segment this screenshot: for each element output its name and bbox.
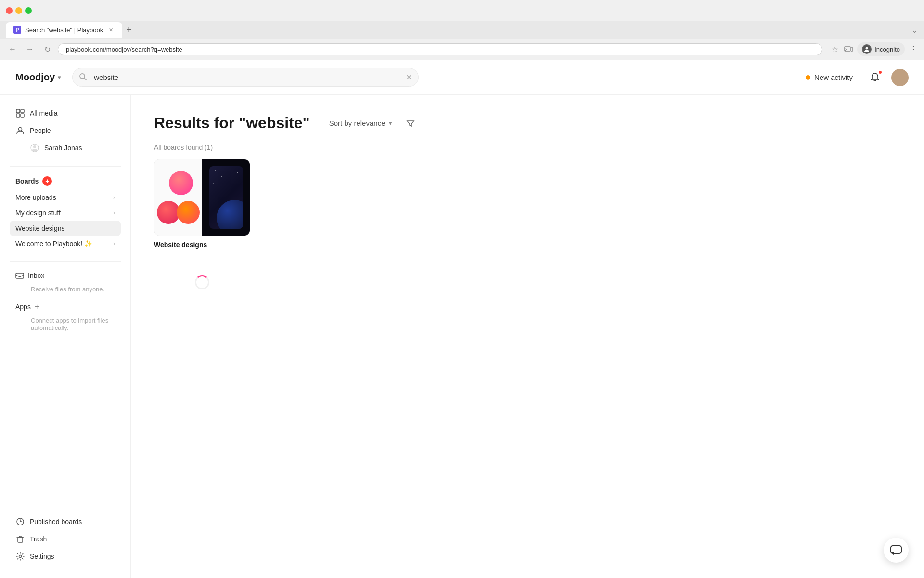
circle-top <box>169 171 193 195</box>
loading-spinner <box>195 275 209 289</box>
published-boards-label: Published boards <box>30 518 115 525</box>
add-board-button[interactable]: + <box>42 176 52 186</box>
results-title: Results for "website" <box>154 114 310 132</box>
app-header: Moodjoy ▾ ✕ New activity <box>0 60 924 95</box>
svg-point-11 <box>19 128 22 131</box>
back-button[interactable]: ← <box>6 42 19 56</box>
phone-panel <box>202 159 250 236</box>
maximize-window-button[interactable] <box>25 7 32 14</box>
trash-icon <box>15 534 25 544</box>
browser-tab[interactable]: P Search "website" | Playbook ✕ <box>6 22 122 38</box>
my-design-stuff-label: My design stuff <box>15 209 108 217</box>
board-name: Website designs <box>154 241 250 249</box>
boards-grid: Website designs <box>154 159 901 249</box>
close-window-button[interactable] <box>6 7 13 14</box>
boards-section-header: Boards + <box>10 172 121 190</box>
url-text: playbook.com/moodjoy/search?q=website <box>66 46 814 53</box>
more-uploads-label: More uploads <box>15 194 108 201</box>
chat-button[interactable] <box>884 538 909 563</box>
notifications-button[interactable] <box>866 69 884 86</box>
svg-line-6 <box>84 78 86 80</box>
reload-button[interactable]: ↻ <box>40 42 54 56</box>
svg-point-13 <box>33 145 36 148</box>
svg-rect-16 <box>18 537 23 542</box>
logo-chevron-icon: ▾ <box>58 74 61 81</box>
apps-subtitle: Connect apps to import files automatical… <box>10 315 121 333</box>
address-bar[interactable]: playbook.com/moodjoy/search?q=website <box>58 43 822 55</box>
tab-favicon: P <box>13 26 21 34</box>
people-label: People <box>30 127 115 134</box>
circles-layout <box>154 171 202 224</box>
inbox-button[interactable]: Inbox <box>10 267 121 284</box>
settings-label: Settings <box>30 552 115 560</box>
circle-bottom-right <box>177 201 200 224</box>
sidebar-item-settings[interactable]: Settings <box>10 548 121 565</box>
settings-icon <box>15 552 25 561</box>
search-input[interactable] <box>72 68 419 87</box>
app-logo[interactable]: Moodjoy ▾ <box>15 72 61 83</box>
sidebar-item-website-designs[interactable]: Website designs <box>10 221 121 236</box>
board-thumbnail <box>154 159 250 236</box>
search-clear-button[interactable]: ✕ <box>406 73 412 82</box>
window-controls[interactable] <box>6 7 32 14</box>
cast-icon[interactable] <box>844 44 853 54</box>
results-header: Results for "website" Sort by relevance … <box>154 114 901 132</box>
bookmark-icon[interactable]: ☆ <box>830 44 840 54</box>
svg-text:P: P <box>16 27 19 33</box>
new-tab-button[interactable]: + <box>122 23 136 37</box>
avatar[interactable] <box>891 69 909 86</box>
person-circle-icon <box>30 143 39 153</box>
chevron-right-icon: › <box>113 240 115 247</box>
inbox-label: Inbox <box>28 272 44 279</box>
boards-found-text: All boards found (1) <box>154 144 901 151</box>
tab-close-button[interactable]: ✕ <box>107 26 115 34</box>
search-bar: ✕ <box>72 68 419 87</box>
apps-label: Apps <box>15 303 31 311</box>
sidebar-item-sarah-jonas[interactable]: Sarah Jonas <box>10 139 121 157</box>
notification-badge <box>878 70 883 75</box>
svg-point-17 <box>19 555 22 558</box>
inbox-subtitle: Receive files from anyone. <box>10 284 121 295</box>
logo-text: Moodjoy <box>15 72 55 83</box>
tab-expand-button[interactable]: ⌄ <box>911 25 918 35</box>
search-results-content: Results for "website" Sort by relevance … <box>131 95 924 578</box>
forward-button[interactable]: → <box>23 42 37 56</box>
chevron-right-icon: › <box>113 194 115 201</box>
sidebar: All media People Sarah Jonas <box>0 95 131 578</box>
svg-rect-8 <box>21 109 24 113</box>
sidebar-item-my-design-stuff[interactable]: My design stuff › <box>10 205 121 221</box>
apps-section: Apps + Connect apps to import files auto… <box>0 299 130 333</box>
apps-button[interactable]: Apps + <box>10 299 121 315</box>
sidebar-item-all-media[interactable]: All media <box>10 105 121 122</box>
header-actions: New activity <box>800 69 909 86</box>
website-designs-label: Website designs <box>15 224 115 232</box>
search-icon <box>79 73 87 82</box>
circles-panel <box>154 159 202 236</box>
sidebar-item-published-boards[interactable]: Published boards <box>10 513 121 530</box>
add-app-button[interactable]: + <box>35 302 39 311</box>
sort-chevron-icon: ▾ <box>389 119 392 127</box>
sidebar-divider-3 <box>10 507 121 507</box>
phone-screen <box>209 166 243 229</box>
trash-label: Trash <box>30 535 115 543</box>
sidebar-item-more-uploads[interactable]: More uploads › <box>10 190 121 205</box>
published-icon <box>15 517 25 526</box>
activity-dot-icon <box>806 75 810 80</box>
tab-title: Search "website" | Playbook <box>25 26 103 34</box>
minimize-window-button[interactable] <box>15 7 22 14</box>
sidebar-item-trash[interactable]: Trash <box>10 530 121 548</box>
svg-point-4 <box>866 47 868 50</box>
sidebar-item-welcome-playbook[interactable]: Welcome to Playbook! ✨ › <box>10 236 121 251</box>
browser-menu-button[interactable]: ⋮ <box>909 43 918 55</box>
new-activity-button[interactable]: New activity <box>800 69 859 85</box>
sort-label: Sort by relevance <box>329 119 385 127</box>
filter-button[interactable] <box>404 117 417 130</box>
svg-rect-7 <box>16 109 20 113</box>
incognito-icon <box>862 44 872 54</box>
all-media-label: All media <box>30 109 115 117</box>
svg-rect-10 <box>21 114 24 117</box>
sort-control[interactable]: Sort by relevance ▾ <box>329 119 393 127</box>
board-card-website-designs[interactable]: Website designs <box>154 159 250 249</box>
sidebar-divider-2 <box>10 261 121 262</box>
sidebar-item-people[interactable]: People <box>10 122 121 139</box>
